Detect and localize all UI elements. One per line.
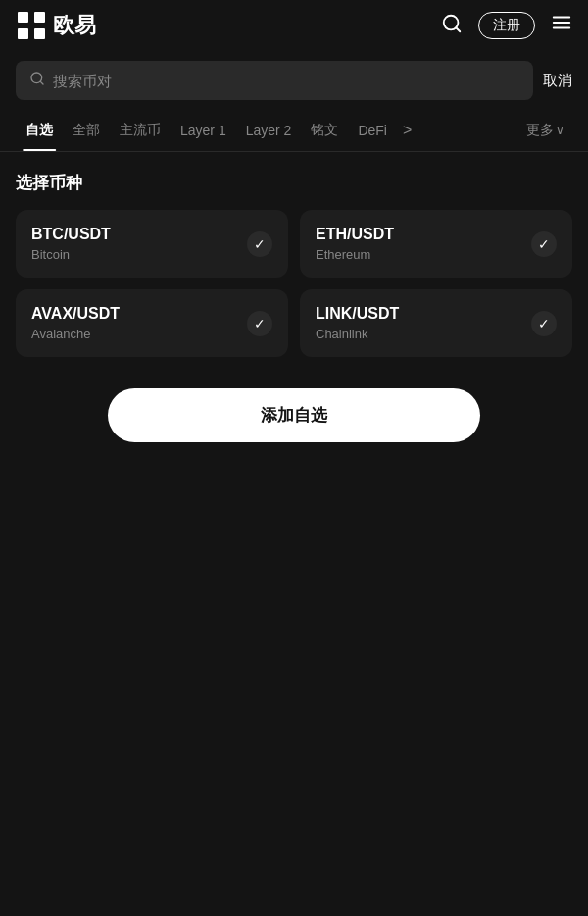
check-icon-btc: ✓ bbox=[247, 231, 272, 257]
main-content: 选择币种 BTC/USDT Bitcoin ✓ ETH/USDT Ethereu… bbox=[0, 152, 588, 462]
tab-favorites[interactable]: 自选 bbox=[16, 110, 63, 151]
menu-icon[interactable] bbox=[551, 12, 572, 39]
header: 欧易 注册 bbox=[0, 0, 588, 51]
search-input-icon bbox=[29, 71, 45, 90]
svg-rect-1 bbox=[34, 12, 45, 23]
more-button[interactable]: 更多 ∨ bbox=[518, 110, 572, 151]
currency-pair-btc: BTC/USDT bbox=[31, 226, 111, 243]
logo-text: 欧易 bbox=[53, 11, 96, 40]
tab-layer1[interactable]: Layer 1 bbox=[171, 111, 236, 150]
tab-mainstream[interactable]: 主流币 bbox=[110, 110, 171, 151]
tab-all[interactable]: 全部 bbox=[63, 110, 110, 151]
add-favorites-button[interactable]: 添加自选 bbox=[108, 388, 480, 442]
section-title: 选择币种 bbox=[16, 172, 572, 194]
currency-pair-avax: AVAX/USDT bbox=[31, 305, 120, 323]
svg-line-5 bbox=[456, 27, 460, 31]
more-arrow-icon: ∨ bbox=[556, 124, 564, 137]
svg-line-10 bbox=[40, 81, 43, 84]
currency-info-link: LINK/USDT Chainlink bbox=[316, 305, 399, 341]
currency-card-avax[interactable]: AVAX/USDT Avalanche ✓ bbox=[16, 289, 288, 357]
currency-pair-eth: ETH/USDT bbox=[316, 226, 394, 243]
svg-rect-0 bbox=[18, 12, 28, 23]
cancel-button[interactable]: 取消 bbox=[543, 72, 572, 90]
search-icon[interactable] bbox=[441, 13, 463, 39]
tab-defi[interactable]: DeFi bbox=[348, 111, 397, 150]
svg-rect-2 bbox=[18, 28, 28, 39]
header-right: 注册 bbox=[441, 12, 572, 39]
tab-arrow-icon[interactable]: > bbox=[397, 110, 417, 151]
currency-pair-link: LINK/USDT bbox=[316, 305, 399, 323]
currency-card-link[interactable]: LINK/USDT Chainlink ✓ bbox=[300, 289, 572, 357]
check-icon-avax: ✓ bbox=[247, 311, 272, 336]
currency-card-btc[interactable]: BTC/USDT Bitcoin ✓ bbox=[16, 210, 288, 278]
search-input[interactable] bbox=[53, 73, 519, 89]
tabs-container: 自选 全部 主流币 Layer 1 Layer 2 铭文 DeFi > 更多 ∨ bbox=[0, 110, 588, 152]
tab-layer2[interactable]: Layer 2 bbox=[236, 111, 302, 150]
currency-grid: BTC/USDT Bitcoin ✓ ETH/USDT Ethereum ✓ A… bbox=[16, 210, 572, 357]
currency-name-btc: Bitcoin bbox=[31, 247, 111, 262]
search-input-wrapper bbox=[16, 61, 533, 100]
add-btn-container: 添加自选 bbox=[16, 388, 572, 442]
check-icon-link: ✓ bbox=[531, 311, 557, 336]
logo-icon bbox=[16, 10, 47, 41]
register-button[interactable]: 注册 bbox=[478, 12, 535, 39]
currency-info-eth: ETH/USDT Ethereum bbox=[316, 226, 394, 262]
search-bar-container: 取消 bbox=[0, 51, 588, 110]
currency-info-btc: BTC/USDT Bitcoin bbox=[31, 226, 111, 262]
currency-card-eth[interactable]: ETH/USDT Ethereum ✓ bbox=[300, 210, 572, 278]
tab-inscription[interactable]: 铭文 bbox=[301, 110, 348, 151]
check-icon-eth: ✓ bbox=[531, 231, 557, 257]
logo-area: 欧易 bbox=[16, 10, 96, 41]
svg-rect-3 bbox=[34, 28, 45, 39]
currency-info-avax: AVAX/USDT Avalanche bbox=[31, 305, 120, 341]
currency-name-link: Chainlink bbox=[316, 327, 399, 341]
currency-name-eth: Ethereum bbox=[316, 247, 394, 262]
currency-name-avax: Avalanche bbox=[31, 327, 120, 341]
